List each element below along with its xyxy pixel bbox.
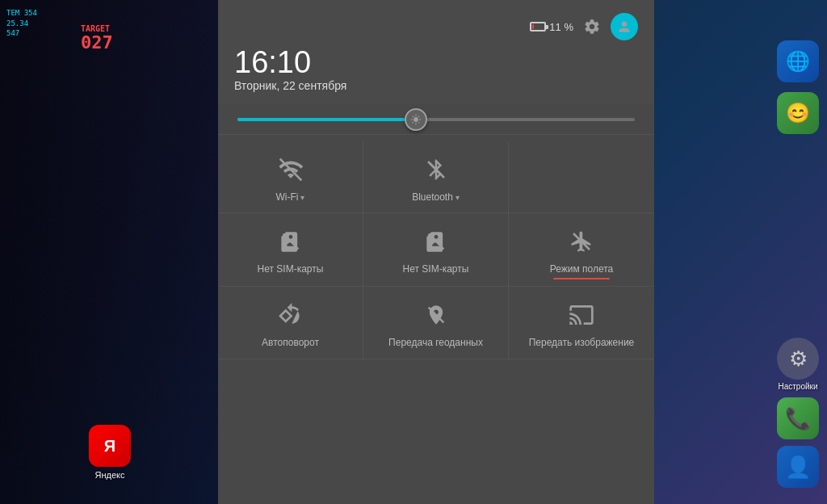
- autorotate-icon: [275, 300, 306, 330]
- settings-button[interactable]: [583, 18, 601, 36]
- qs-bluetooth[interactable]: Bluetooth ▾: [363, 141, 509, 213]
- desktop-right-icons: 🌐 😊: [777, 40, 819, 134]
- cast-icon: [566, 300, 597, 330]
- airplane-red-underline: [553, 278, 610, 279]
- location-label: Передача геоданных: [388, 337, 483, 350]
- cast-label: Передать изображение: [529, 337, 635, 350]
- sim2-label: Нет SIM-карты: [403, 263, 469, 276]
- hud-display: TEM 354 25.34 547: [6, 8, 37, 39]
- panel-header: 11 % 16:10 Вторник, 22 сентября: [218, 0, 654, 103]
- bluetooth-label: Bluetooth ▾: [412, 191, 460, 203]
- brightness-thumb[interactable]: [405, 108, 427, 131]
- yandex-label: Яндекс: [95, 470, 125, 480]
- qs-cast[interactable]: Передать изображение: [509, 287, 654, 360]
- quick-settings-grid: Wi-Fi ▾ Bluetooth ▾: [218, 135, 654, 366]
- qs-location[interactable]: Передача геоданных: [363, 287, 509, 360]
- settings-desktop-icon[interactable]: ⚙ Настройки: [777, 338, 819, 391]
- qs-sim1[interactable]: Нет SIM-карты: [218, 213, 363, 287]
- yandex-app-icon[interactable]: Я Яндекс: [89, 425, 131, 480]
- autorotate-label: Автоповорот: [262, 337, 319, 350]
- qs-empty-top-right: [509, 141, 654, 213]
- notification-panel: 11 % 16:10 Вторник, 22 сентября: [218, 0, 654, 504]
- location-icon: [421, 300, 451, 330]
- date-display: Вторник, 22 сентября: [234, 79, 638, 92]
- airplane-label: Режим полета: [550, 263, 614, 276]
- browser-icon-img: 🌐: [777, 40, 819, 82]
- sim1-label: Нет SIM-карты: [258, 263, 324, 276]
- sim2-icon: [421, 226, 451, 257]
- battery-fill: [532, 24, 534, 29]
- brightness-slider[interactable]: [237, 118, 635, 121]
- contacts-icon-img: 👤: [777, 446, 819, 488]
- brightness-fill: [237, 118, 416, 121]
- bluetooth-icon: [421, 154, 451, 185]
- contacts-desktop-icon[interactable]: 👤: [777, 446, 819, 488]
- settings-desktop-label: Настройки: [778, 382, 817, 391]
- hud-number: 027: [81, 32, 113, 52]
- qs-wifi[interactable]: Wi-Fi ▾: [218, 141, 363, 213]
- wifi-icon: [275, 154, 306, 185]
- sim1-icon: [275, 226, 306, 257]
- yandex-icon-image: Я: [89, 425, 131, 467]
- wifi-arrow: ▾: [300, 193, 304, 202]
- phone-icon-img: 📞: [777, 397, 819, 439]
- settings-icon-img: ⚙: [777, 338, 819, 380]
- phone-desktop-icon[interactable]: 📞: [777, 397, 819, 439]
- brightness-row: [218, 103, 654, 135]
- emoji-app-icon-desktop[interactable]: 😊: [777, 92, 819, 134]
- qs-sim2[interactable]: Нет SIM-карты: [363, 213, 509, 287]
- battery-percent: 11 %: [549, 21, 573, 33]
- emoji-icon-img: 😊: [777, 92, 819, 134]
- time-display: 16:10: [234, 47, 638, 78]
- panel-header-top: 11 %: [234, 13, 638, 40]
- battery-icon: [530, 22, 546, 32]
- airplane-icon: [566, 226, 597, 257]
- qs-autorotate[interactable]: Автоповорот: [218, 287, 363, 360]
- user-account-button[interactable]: [611, 13, 638, 40]
- battery-info: 11 %: [530, 21, 573, 33]
- qs-airplane[interactable]: Режим полета: [509, 213, 654, 287]
- browser-icon-desktop[interactable]: 🌐: [777, 40, 819, 82]
- bottom-right-desktop-icons: ⚙ Настройки 📞 👤: [777, 338, 819, 488]
- brightness-track: [237, 118, 635, 121]
- panel-body: Wi-Fi ▾ Bluetooth ▾: [218, 103, 654, 504]
- wifi-label: Wi-Fi ▾: [276, 191, 305, 203]
- bluetooth-arrow: ▾: [455, 193, 460, 202]
